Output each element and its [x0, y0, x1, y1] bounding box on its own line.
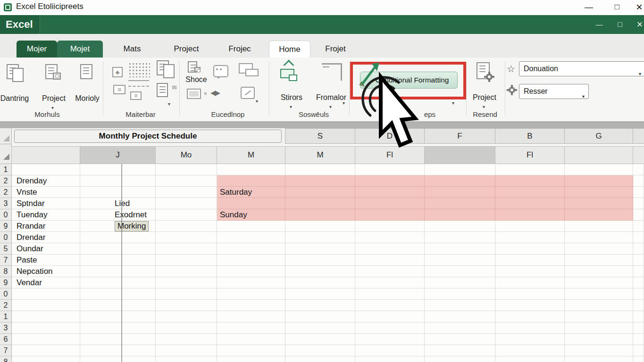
cell-r18-c6[interactable]	[355, 356, 425, 362]
row-number[interactable]: 8	[0, 266, 12, 277]
cell-r3-c7[interactable]	[425, 187, 495, 198]
cell-r12-c7[interactable]	[425, 288, 495, 300]
cell-r7-c6[interactable]	[355, 232, 425, 243]
cell-r6-c6[interactable]	[355, 221, 425, 232]
chevron-down-icon[interactable]: ▾	[256, 99, 258, 104]
cell-r16-c2[interactable]	[80, 334, 156, 345]
cell-r16-c10[interactable]	[633, 334, 644, 345]
tab-mojet[interactable]: Mojet	[57, 41, 103, 58]
framed-picture-icon[interactable]	[187, 89, 201, 99]
cell-r1-c6[interactable]	[355, 164, 425, 175]
cell-r2-c9[interactable]	[565, 175, 633, 187]
cell-r15-c3[interactable]	[156, 322, 217, 334]
tab-project[interactable]: Project	[166, 41, 207, 58]
app-minimize-icon[interactable]: —	[591, 15, 608, 34]
cell-r15-c5[interactable]	[285, 322, 355, 334]
cell-r9-c7[interactable]	[425, 255, 495, 266]
cell-r5-c10[interactable]	[633, 209, 644, 221]
cell-r18-c5[interactable]	[285, 356, 355, 362]
cell-r14-c10[interactable]	[633, 311, 644, 322]
cell-r14-c6[interactable]	[355, 311, 425, 322]
cell-r15-c10[interactable]	[633, 322, 644, 334]
cell-r4-c7[interactable]	[425, 198, 495, 209]
row-number[interactable]: 3	[0, 198, 12, 209]
selected-cell-value[interactable]: Morking	[115, 221, 149, 231]
cell-r1-c10[interactable]	[633, 164, 644, 175]
app-maximize-icon[interactable]: □	[611, 15, 628, 34]
cell-day-label[interactable]: Oundar	[12, 243, 80, 255]
cell-value[interactable]: Lied	[80, 198, 156, 209]
cell-r13-c6[interactable]	[355, 300, 425, 311]
row-number[interactable]: 1	[0, 311, 12, 322]
cell-r14-c1[interactable]	[12, 311, 80, 322]
tab-frojec[interactable]: Frojec	[219, 41, 260, 58]
row-number[interactable]: 9	[0, 221, 12, 232]
cell-r8-c5[interactable]	[285, 243, 355, 255]
cell-r7-c7[interactable]	[425, 232, 495, 243]
donuation-dropdown[interactable]: Donuation ▾	[519, 61, 644, 76]
cell-r6-c10[interactable]	[633, 221, 644, 232]
cell-r7-c4[interactable]	[217, 232, 285, 243]
cell-r10-c7[interactable]	[425, 266, 495, 277]
settings-gear-icon[interactable]	[509, 87, 515, 93]
column-header-B[interactable]: B	[495, 128, 565, 144]
cell-day-label[interactable]: Paste	[12, 255, 80, 266]
cell-day-label[interactable]: Tuenday	[12, 209, 80, 221]
row-number[interactable]: 0	[0, 209, 12, 221]
cell-r3-c8[interactable]	[495, 187, 565, 198]
cell-r13-c9[interactable]	[565, 300, 633, 311]
cell-value[interactable]: Exodrnet	[80, 209, 156, 221]
cell-r2-c4[interactable]	[217, 175, 285, 187]
lines-icon[interactable]: ≡	[113, 85, 125, 94]
sheet-title-cell[interactable]: Monthly Project Schedule	[14, 130, 282, 143]
subheader-blank[interactable]	[11, 146, 80, 164]
tab-mojer[interactable]: Mojer	[17, 41, 57, 58]
cell-r17-c10[interactable]	[633, 345, 644, 356]
cell-r1-c9[interactable]	[565, 164, 633, 175]
cell-day-label[interactable]: Drendar	[12, 232, 80, 243]
cell-r7-c3[interactable]	[156, 232, 217, 243]
morioly-button[interactable]: Morioly	[71, 60, 104, 107]
tab-mats[interactable]: Mats	[113, 41, 151, 58]
cell-r2-c5[interactable]	[285, 175, 355, 187]
column-header-sliver[interactable]	[633, 128, 644, 144]
cell-r10-c3[interactable]	[156, 266, 217, 277]
cell-day-label[interactable]: Sptndar	[12, 198, 80, 209]
chevron-down-icon[interactable]: ▾	[343, 101, 345, 106]
cell-r18-c9[interactable]	[565, 356, 633, 362]
cell-r18-c3[interactable]	[156, 356, 217, 362]
window-minimize-icon[interactable]: —	[579, 0, 598, 14]
cell-r3-c2[interactable]	[80, 187, 156, 198]
subheader-Fl[interactable]: Fl	[495, 146, 565, 164]
cell-r6-c9[interactable]	[565, 221, 633, 232]
cell-r6-c3[interactable]	[156, 221, 217, 232]
project-button[interactable]: Project ▾	[39, 60, 69, 107]
dotted-columns-icon[interactable]	[128, 62, 150, 77]
cell-r11-c10[interactable]	[633, 277, 644, 288]
cell-r4-c6[interactable]	[355, 198, 425, 209]
row-number[interactable]: 8	[0, 356, 12, 362]
cell-r16-c9[interactable]	[565, 334, 633, 345]
cell-day-label[interactable]: Nepcation	[12, 266, 80, 277]
cell-r1-c2[interactable]	[80, 164, 156, 175]
cell-r17-c3[interactable]	[156, 345, 217, 356]
small-lines-icon[interactable]: ≡	[130, 91, 142, 100]
cell-r1-c1[interactable]	[12, 164, 80, 175]
cell-r8-c9[interactable]	[565, 243, 633, 255]
cell-r12-c3[interactable]	[156, 288, 217, 300]
cell-r12-c4[interactable]	[217, 288, 285, 300]
row-number[interactable]: 7	[0, 345, 12, 356]
weekend-cell-label[interactable]: Saturday	[217, 187, 285, 198]
cell-r14-c2[interactable]	[80, 311, 156, 322]
cell-r5-c6[interactable]	[355, 209, 425, 221]
cell-r17-c5[interactable]	[285, 345, 355, 356]
cell-r9-c4[interactable]	[217, 255, 285, 266]
cell-r16-c7[interactable]	[425, 334, 495, 345]
cell-r8-c2[interactable]	[80, 243, 156, 255]
cell-r4-c10[interactable]	[633, 198, 644, 209]
cell-r18-c10[interactable]	[633, 356, 644, 362]
cell-r13-c7[interactable]	[425, 300, 495, 311]
cell-r11-c8[interactable]	[495, 277, 565, 288]
cell-r3-c3[interactable]	[156, 187, 217, 198]
cell-r10-c10[interactable]	[633, 266, 644, 277]
